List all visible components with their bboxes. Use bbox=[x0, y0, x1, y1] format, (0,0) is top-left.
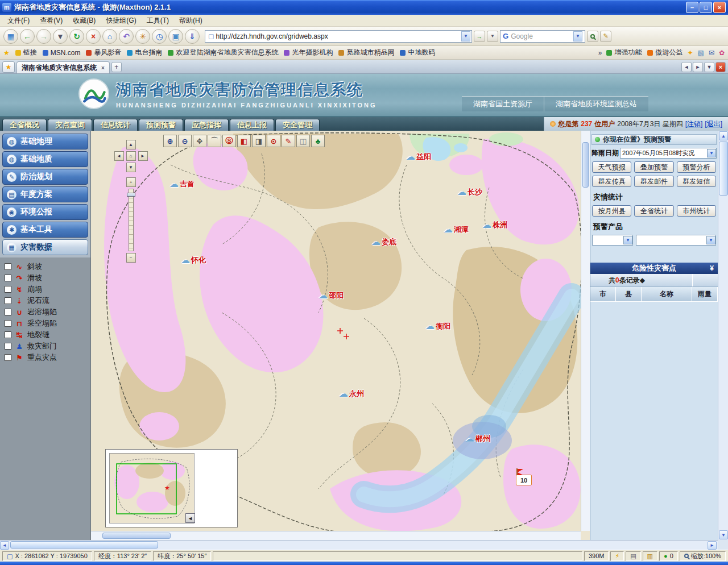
tab-scroll-right-button[interactable]: ► bbox=[693, 62, 703, 72]
sidebar-btn-base-geology[interactable]: ◍ 基础地质 bbox=[2, 151, 88, 167]
menu-item[interactable]: 收藏(B) bbox=[68, 15, 101, 27]
map-legend-icon[interactable]: ♣ bbox=[311, 135, 325, 147]
link-item[interactable]: 光年摄影机构 bbox=[284, 48, 333, 57]
exit-link[interactable]: [退出] bbox=[705, 119, 722, 129]
nav-history-dropdown[interactable]: ▼ bbox=[53, 29, 68, 44]
sidebar-btn-prevention-plan[interactable]: ✎ 防治规划 bbox=[2, 169, 88, 185]
page-horizontal-scrollbar[interactable]: ◄ ► bbox=[0, 540, 728, 550]
history-clock-button[interactable]: ◷ bbox=[152, 29, 167, 44]
map-measure-icon[interactable]: ⌒ bbox=[208, 135, 221, 147]
address-input[interactable] bbox=[216, 32, 461, 40]
link-item[interactable]: MSN.com bbox=[43, 48, 81, 57]
link-item[interactable]: 觅路城市精品网 bbox=[338, 48, 394, 57]
sidebar-btn-env-bulletin[interactable]: ◉ 环境公报 bbox=[2, 204, 88, 220]
map-mark-icon[interactable]: ✎ bbox=[282, 135, 295, 147]
stop-button[interactable]: × bbox=[86, 29, 101, 44]
city-marker[interactable]: ☁ 吉首 bbox=[169, 178, 195, 189]
city-marker[interactable]: ☁ 娄底 bbox=[371, 236, 396, 247]
city-marker[interactable]: ☁ 株洲 bbox=[482, 219, 507, 230]
danger-points-header[interactable]: 危险性灾害点 ¥ bbox=[590, 263, 718, 274]
lightbulb-icon[interactable]: ✦ bbox=[687, 49, 693, 57]
pan-up-button[interactable]: ▲ bbox=[126, 140, 136, 149]
refresh-button[interactable]: ↻ bbox=[69, 29, 84, 44]
layer-checkbox[interactable] bbox=[5, 331, 11, 338]
tab-list-dropdown[interactable]: ▼ bbox=[704, 62, 714, 72]
zoom-in-button[interactable]: + bbox=[126, 177, 136, 187]
undo-button[interactable]: ↶ bbox=[119, 29, 134, 44]
layer-checkbox[interactable] bbox=[5, 309, 11, 315]
scroll-up-button[interactable]: ▲ bbox=[719, 131, 728, 140]
sidebar-btn-disaster-data[interactable]: ▦ 灾害数据 bbox=[2, 239, 88, 255]
layer-checkbox[interactable] bbox=[5, 320, 11, 327]
link-item[interactable]: 链接 bbox=[15, 48, 37, 57]
blocked-popups-status[interactable]: ● 0 bbox=[659, 551, 678, 561]
map-select-rect-icon[interactable]: ◧ bbox=[237, 135, 251, 147]
vscroll-thumb[interactable] bbox=[719, 142, 728, 196]
print-button[interactable]: ▤ bbox=[626, 551, 640, 561]
city-marker[interactable]: ☁ 邵阳 bbox=[318, 290, 344, 301]
city-marker[interactable]: ☁ 怀化 bbox=[181, 255, 206, 265]
sidebar-btn-base-geography[interactable]: ◍ 基础地理 bbox=[2, 134, 88, 149]
group-fax-button[interactable]: 群发传真 bbox=[592, 176, 631, 187]
favorites-star-icon[interactable]: ★ bbox=[3, 49, 10, 57]
map-eraser-icon[interactable]: ◫ bbox=[296, 135, 310, 147]
back-button[interactable]: ← bbox=[20, 29, 35, 44]
layer-checkbox[interactable] bbox=[5, 354, 11, 361]
overview-collapse-button[interactable]: ◄ bbox=[185, 513, 195, 523]
map-horizontal-scrollbar[interactable] bbox=[91, 531, 581, 540]
city-marker[interactable]: ☁ 永州 bbox=[339, 388, 364, 399]
go-dropdown[interactable]: ▼ bbox=[487, 31, 498, 42]
link-geo-env-monitor-station[interactable]: 湖南省地质环境监测总站 bbox=[544, 97, 648, 111]
map-pan-icon[interactable]: ✥ bbox=[193, 135, 206, 147]
link-land-resources-dept[interactable]: 湖南省国土资源厅 bbox=[462, 97, 544, 111]
sidebar-btn-basic-tools[interactable]: ✱ 基本工具 bbox=[2, 222, 88, 238]
maximize-button[interactable]: □ bbox=[700, 2, 712, 13]
pan-center-button[interactable]: ⌂ bbox=[126, 151, 136, 161]
link-item[interactable]: 电台指南 bbox=[127, 48, 162, 57]
scroll-left-button[interactable]: ◄ bbox=[0, 541, 9, 550]
province-stats-button[interactable]: 全省统计 bbox=[634, 205, 673, 217]
layer-checkbox[interactable] bbox=[5, 275, 11, 281]
group-email-button[interactable]: 群发邮件 bbox=[634, 176, 673, 187]
city-stats-button[interactable]: 市州统计 bbox=[677, 205, 716, 217]
filter-button[interactable]: ✳ bbox=[135, 29, 150, 44]
address-dropdown-icon[interactable]: ▼ bbox=[461, 31, 470, 41]
fill-form-button[interactable]: ✎ bbox=[600, 31, 611, 42]
chevron-down-icon[interactable]: ▼ bbox=[623, 236, 632, 244]
tab-close-icon[interactable]: × bbox=[101, 65, 105, 71]
nav-tab[interactable]: 安全管理 bbox=[275, 119, 320, 131]
layer-checkbox[interactable] bbox=[5, 297, 11, 304]
search-button[interactable] bbox=[587, 31, 598, 42]
pan-left-button[interactable]: ◄ bbox=[114, 151, 124, 161]
menu-item[interactable]: 帮助(H) bbox=[174, 15, 208, 27]
city-marker[interactable]: ☁ 长沙 bbox=[457, 186, 482, 197]
menu-item[interactable]: 文件(F) bbox=[2, 15, 35, 27]
overflow-chevron-icon[interactable]: » bbox=[598, 49, 602, 57]
map-zoom-in-icon[interactable]: ⊕ bbox=[163, 135, 177, 147]
link-item[interactable]: 欢迎登陆湖南省地质灾害信息系统 bbox=[168, 48, 278, 57]
nav-tab[interactable]: 灾点查询 bbox=[48, 119, 92, 131]
hscroll-thumb[interactable] bbox=[10, 541, 158, 549]
go-button[interactable]: → bbox=[474, 31, 485, 42]
product-type-select[interactable]: ▼ bbox=[592, 235, 633, 246]
zoom-status[interactable]: 缩放:100% bbox=[680, 551, 726, 561]
forward-button[interactable]: → bbox=[36, 29, 51, 44]
menu-item[interactable]: 工具(T) bbox=[142, 15, 174, 27]
gift-icon[interactable]: ✿ bbox=[719, 49, 725, 57]
download-button[interactable]: ⇓ bbox=[185, 29, 200, 44]
page-vertical-scrollbar[interactable]: ▲ ▼ bbox=[718, 131, 728, 540]
overlay-warning-button[interactable]: 叠加预警 bbox=[634, 161, 673, 173]
search-box[interactable]: G Google ▼ bbox=[500, 30, 585, 43]
chevron-down-icon[interactable]: ▼ bbox=[707, 149, 716, 157]
folder-button[interactable]: ▥ bbox=[643, 551, 657, 561]
map-clear-selection-icon[interactable]: ◨ bbox=[252, 135, 266, 147]
city-marker[interactable]: ☁ 郴州 bbox=[465, 433, 490, 444]
nav-tab[interactable]: 信息统计 bbox=[93, 119, 138, 131]
pan-down-button[interactable]: ▼ bbox=[126, 163, 136, 172]
map-vscroll-thumb[interactable] bbox=[582, 142, 589, 188]
overview-map[interactable]: ★ bbox=[109, 453, 195, 524]
map-hscroll-thumb[interactable] bbox=[102, 533, 171, 539]
plugin-link[interactable]: 增强功能 bbox=[606, 48, 642, 57]
home-button[interactable]: ⌂ bbox=[102, 29, 117, 44]
collapse-icon[interactable]: ¥ bbox=[710, 264, 714, 272]
